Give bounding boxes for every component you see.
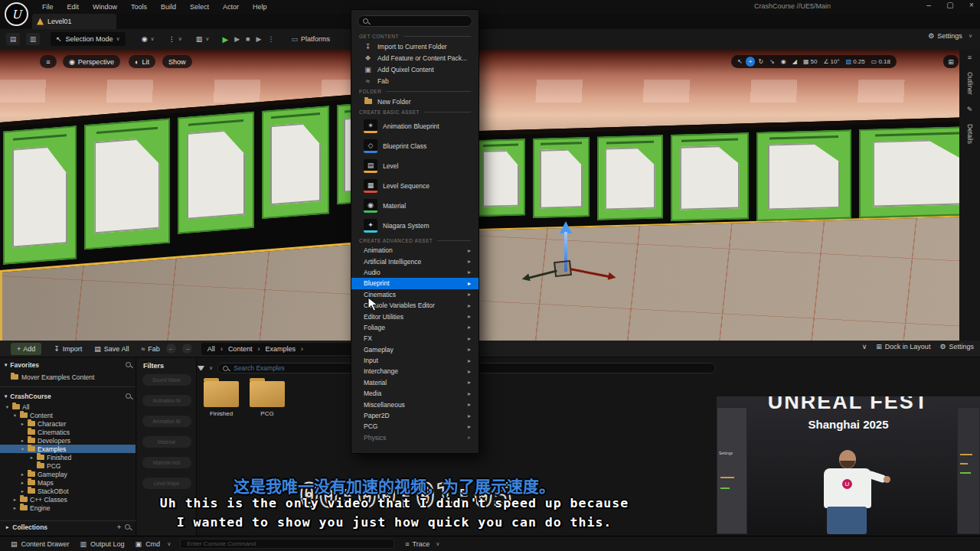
favorites-header[interactable]: ▾ Favorites	[0, 358, 136, 371]
menu-item-level[interactable]: ▤Level	[351, 156, 479, 176]
chevron-down-icon[interactable]: ∨	[209, 365, 213, 371]
back-button[interactable]: ←	[166, 344, 176, 354]
breadcrumb-all[interactable]: All	[207, 345, 215, 353]
filter-funnel-icon[interactable]	[198, 366, 204, 370]
menu-search-bar[interactable]	[358, 15, 472, 27]
tree-item-stackobot[interactable]: ▸StackOBot	[0, 487, 136, 495]
tree-item-cpp-classes[interactable]: ▸C++ Classes	[0, 495, 136, 504]
tree-item-all[interactable]: ▾All	[0, 403, 136, 411]
menu-item-fab[interactable]: ≈Fab	[351, 75, 479, 86]
menu-item-media[interactable]: Media▸	[351, 388, 479, 399]
search-icon[interactable]	[126, 393, 131, 399]
platforms-icon[interactable]: ▭	[291, 35, 298, 43]
folder-tile-pcg[interactable]: PCG	[245, 381, 289, 417]
tree-item-developers[interactable]: ▸Developers	[0, 436, 136, 445]
menu-item-niagara-system[interactable]: ✦Niagara System	[351, 216, 479, 236]
gizmo-y-arrow[interactable]	[528, 269, 557, 279]
menu-item-fx[interactable]: FX▸	[351, 333, 479, 344]
rotation-snap-toggle[interactable]: ∠ 10°	[820, 57, 842, 67]
rotate-tool[interactable]: ↻	[755, 57, 766, 67]
menu-help[interactable]: Help	[246, 3, 274, 11]
menu-item-physics[interactable]: Physics▸	[351, 432, 479, 443]
console-command-input[interactable]	[185, 540, 389, 548]
filter-chip[interactable]: Sound Wave	[142, 374, 191, 386]
menu-item-add-feature[interactable]: ❖Add Feature or Content Pack...	[351, 52, 479, 64]
import-button[interactable]: ↧ Import	[54, 345, 82, 353]
viewport-menu-button[interactable]: ≡	[40, 55, 57, 68]
project-header[interactable]: ▾ CrashCourse	[0, 390, 136, 403]
menu-item-input[interactable]: Input▸	[351, 355, 479, 366]
scale-snap-toggle[interactable]: ▧ 0.25	[843, 57, 868, 67]
dock-in-layout-button[interactable]: ⊞ Dock in Layout	[876, 343, 930, 350]
menu-file[interactable]: File	[35, 3, 60, 11]
add-button[interactable]: + Add	[11, 343, 41, 355]
camera-speed[interactable]: ▭ 0.18	[868, 57, 893, 67]
tree-item-content[interactable]: ▾Content	[0, 411, 136, 419]
menu-item-add-quixel[interactable]: ▣Add Quixel Content	[351, 64, 479, 75]
menu-item-blueprint[interactable]: Blueprint▸	[351, 278, 479, 289]
scale-tool[interactable]: ↘	[766, 57, 778, 67]
menu-tools[interactable]: Tools	[124, 3, 154, 11]
tab-details[interactable]: Details	[966, 124, 974, 144]
eject-button[interactable]: ▶	[256, 35, 262, 43]
breadcrumb-content[interactable]: Content	[228, 345, 253, 353]
tree-item-examples[interactable]: ▾Examples	[0, 445, 136, 453]
fab-button[interactable]: ≈ Fab	[141, 345, 159, 353]
tab-outliner[interactable]: Outliner	[966, 72, 974, 95]
menu-edit[interactable]: Edit	[60, 3, 87, 11]
filter-chip[interactable]: Level Maps	[142, 478, 191, 489]
menu-item-editor-utilities[interactable]: Editor Utilities▸	[351, 311, 479, 321]
menu-item-new-folder[interactable]: New Folder	[351, 96, 479, 107]
tree-item-cinematics[interactable]: Cinematics	[0, 428, 136, 436]
maximize-button[interactable]: ▢	[940, 1, 960, 9]
tree-item-gameplay[interactable]: ▸Gameplay	[0, 470, 136, 478]
tab-level01[interactable]: Level01	[32, 14, 116, 29]
save-icon[interactable]: ▤	[6, 33, 20, 45]
menu-item-artificial-intelligence[interactable]: Artificial Intelligence▸	[351, 256, 479, 266]
tree-item-maps[interactable]: ▸Maps	[0, 478, 136, 487]
filter-chip[interactable]: Animation Bl	[142, 416, 191, 427]
grid-snap-toggle[interactable]: ▦ 50	[800, 57, 820, 67]
menu-item-miscellaneous[interactable]: Miscellaneous▸	[351, 399, 479, 409]
menu-item-level-sequence[interactable]: ▦Level Sequence	[351, 176, 479, 196]
frame-skip-button[interactable]: ▶	[234, 35, 240, 43]
menu-item-import[interactable]: ↧Import to Current Folder	[351, 41, 479, 52]
select-tool[interactable]: ↖	[734, 57, 746, 67]
folder-tile-finished[interactable]: Finished	[199, 381, 243, 417]
minimize-button[interactable]: –	[919, 1, 939, 9]
menu-item-paper2d[interactable]: Paper2D▸	[351, 410, 479, 421]
forward-button[interactable]: →	[182, 344, 192, 354]
show-dropdown[interactable]: Show	[162, 55, 192, 68]
filter-chip[interactable]: Material	[142, 436, 191, 448]
viewport-maximize-button[interactable]: ⊞	[943, 55, 959, 68]
menu-item-blueprint-class[interactable]: ◇Blueprint Class	[351, 136, 479, 156]
filter-chip[interactable]: Animation M	[142, 395, 191, 406]
close-button[interactable]: ×	[962, 1, 980, 9]
trace-dropdown[interactable]: ≡ Trace ∨	[405, 540, 439, 548]
viewport-3d[interactable]	[0, 49, 980, 341]
perspective-dropdown[interactable]: ◉ Perspective	[63, 55, 120, 68]
cmd-dropdown[interactable]: ▣ Cmd ∨	[136, 540, 172, 548]
output-log-button[interactable]: ▥ Output Log	[80, 540, 125, 548]
tree-item-character[interactable]: ▸Character	[0, 419, 136, 428]
filter-chip[interactable]: Material Inst	[142, 457, 191, 468]
search-icon[interactable]	[126, 362, 131, 367]
menu-item-material-adv[interactable]: Material▸	[351, 377, 479, 388]
unreal-logo[interactable]: U	[5, 2, 28, 26]
menu-item-pcg[interactable]: PCG▸	[351, 421, 479, 432]
menu-select[interactable]: Select	[183, 3, 216, 11]
move-tool[interactable]: +	[746, 57, 756, 67]
tree-item-engine[interactable]: ▸Engine	[0, 504, 136, 512]
transform-gizmo[interactable]	[521, 221, 628, 294]
menu-item-animation-blueprint[interactable]: ✶Animation Blueprint	[351, 116, 479, 136]
tree-item-pcg[interactable]: PCG	[0, 461, 136, 470]
favorite-mover-examples[interactable]: Mover Examples Content	[0, 371, 136, 383]
gizmo-x-arrow[interactable]	[570, 268, 609, 278]
content-drawer-button[interactable]: ▤ Content Drawer	[11, 540, 70, 548]
menu-window[interactable]: Window	[86, 3, 124, 11]
cinematics-dropdown[interactable]: ▥ ∨	[191, 32, 215, 46]
save-all-button[interactable]: ▤ Save All	[94, 345, 129, 353]
cb-settings-button[interactable]: ⚙ Settings	[939, 343, 974, 350]
search-icon[interactable]	[125, 524, 130, 530]
play-options-kebab[interactable]: ⋮	[267, 35, 274, 43]
